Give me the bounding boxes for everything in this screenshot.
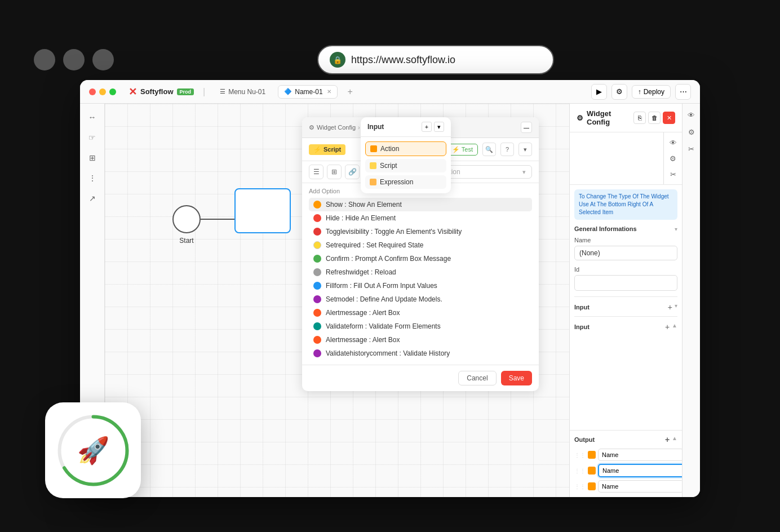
panel-footer: Cancel Save [302,365,539,391]
traffic-light-3 [92,49,114,70]
id-field-input[interactable] [574,275,677,291]
help-icon[interactable]: ? [500,143,514,156]
main-content: ↔ ☞ ⊞ ⋮ ↗ Start ✕ [80,104,700,497]
config-delete-icon[interactable]: 🗑 [648,112,661,124]
traffic-lights [34,49,114,70]
option-dot-hide [313,214,321,222]
option-show[interactable]: Show : Show An Element [309,198,532,211]
option-alertmsg1[interactable]: Alertmessage : Alert Box [309,306,532,320]
name-field-label: Name [574,237,677,243]
input-item-action[interactable]: Action [365,141,446,156]
input-panel-header: Input + ▾ [361,117,451,137]
option-hide[interactable]: Hide : Hide An Element [309,211,532,225]
rib-eye[interactable]: 👁 [685,108,698,122]
option-validatehistory[interactable]: Validatehistorycomment : Validate Histor… [309,347,532,360]
rib-scissors[interactable]: ✂ [685,142,698,156]
canvas-area[interactable]: Start ✕ Test [105,104,569,497]
option-validateform[interactable]: Validateform : Validate Form Elements [309,320,532,333]
settings-icon[interactable]: ⚙ [611,84,627,100]
cancel-button[interactable]: Cancel [458,371,496,385]
dropdown-icon[interactable]: ▾ [518,143,532,156]
input-expand-icon[interactable]: ▾ [434,122,444,132]
minimize-button[interactable] [99,88,106,95]
sidebar-cursor-icon[interactable]: ☞ [83,128,101,147]
right-config-panel: ⚙ Widget Config ⎘ 🗑 ✕ 👁 ⚙ ✂ [569,104,682,497]
output-section: Output + ▲ ⋮⋮ ✕ [570,430,682,497]
preview-icon[interactable]: ▶ [591,84,607,100]
config-close-icon[interactable]: ✕ [663,112,675,124]
option-dot-refresh [313,268,321,276]
drag-handle-2[interactable]: ⋮⋮ [574,468,586,474]
deploy-button[interactable]: ↑ Deploy [632,85,671,99]
add-tab-button[interactable]: + [344,86,356,98]
tab-label-name: Name-01 [295,88,322,96]
config-eye-icon[interactable]: 👁 [666,136,680,149]
option-confirm[interactable]: Confirm : Prompt A Confirm Box Message [309,252,532,265]
output-dot-1 [588,451,596,459]
option-setmodel[interactable]: Setmodel : Define And Update Models. [309,292,532,306]
config-copy-icon[interactable]: ⎘ [633,112,646,124]
output-input-1[interactable] [598,449,684,461]
stab-link[interactable]: 🔗 [345,165,360,179]
output-item-1: ⋮⋮ ✕ [574,449,677,461]
tab-close-icon[interactable]: ✕ [327,88,331,95]
sidebar-move-icon[interactable]: ↔ [83,108,101,126]
input-add-icon[interactable]: + [422,122,432,132]
address-bar[interactable]: 🔒 https://www.softyflow.io [317,45,554,74]
input-add-button[interactable]: + [668,303,672,312]
input2-collapse-button[interactable]: ▲ [672,322,677,331]
input-panel: Input + ▾ Action Script [361,117,451,193]
drag-handle-1[interactable]: ⋮⋮ [574,452,586,458]
tab-name01[interactable]: 🔷 Name-01 ✕ [278,85,337,99]
input-item-script[interactable]: Script [365,159,446,172]
option-alertmsg2[interactable]: Alertmessage : Alert Box [309,333,532,347]
rib-gear[interactable]: ⚙ [685,125,698,139]
panel-minimize-button[interactable]: — [521,122,532,133]
save-button[interactable]: Save [501,371,532,385]
rocket-icon: 🚀 [77,435,109,466]
stab-layers[interactable]: ☰ [309,165,323,179]
sidebar-arrow-icon[interactable]: ↗ [83,189,101,207]
output-add-button[interactable]: + [665,435,670,444]
deploy-icon: ↑ [638,88,641,96]
input2-add-button[interactable]: + [665,322,670,331]
search-toolbar-icon[interactable]: 🔍 [482,143,496,156]
option-dot-alertmsg1 [313,309,321,317]
maximize-button[interactable] [109,88,116,95]
config-tool-icon[interactable]: ✂ [666,167,680,181]
output-collapse-button[interactable]: ▲ [672,435,677,444]
output-items: ⋮⋮ ✕ ⋮⋮ ✕ [574,449,677,493]
sidebar-connect-icon[interactable]: ⋮ [83,169,101,187]
breadcrumb-widget-config: ⚙ [309,124,314,131]
selected-node[interactable] [234,188,291,233]
more-options-icon[interactable]: ⋯ [675,84,691,100]
option-dot-validateform [313,322,321,330]
input-panel-title: Input [367,123,384,131]
close-button[interactable] [89,88,96,95]
option-dot-validatehistory [313,349,321,357]
input-label-2: Input [574,323,590,330]
option-refresh[interactable]: Refreshwidget : Reload [309,265,532,279]
input-item-expression[interactable]: Expression [365,175,446,189]
title-bar: ✕ Softyflow Prod | ☰ Menu Nu-01 🔷 Name-0… [80,80,700,104]
option-setrequired[interactable]: Setrequired : Set Required State [309,238,532,252]
start-node[interactable]: Start [172,205,201,245]
sidebar-grid-icon[interactable]: ⊞ [83,149,101,167]
option-fillform[interactable]: Fillform : Fill Out A Form Input Values [309,279,532,292]
name-field-value[interactable]: (None) [574,246,677,260]
option-list: Show : Show An Element Hide : Hide An El… [309,198,532,360]
option-dot-confirm [313,255,321,263]
output-input-3[interactable] [598,480,684,493]
general-info-collapse[interactable]: ▾ [675,226,677,232]
option-toggle[interactable]: Togglevisibility : Toggle An Element's V… [309,225,532,238]
general-info-title: General Informations [574,225,637,232]
test-button[interactable]: ⚡ Test [447,144,478,156]
config-gear-icon[interactable]: ⚙ [666,152,680,165]
tab-menu-nu01[interactable]: ☰ Menu Nu-01 [214,86,271,98]
output-input-2[interactable] [598,464,685,477]
drag-handle-3[interactable]: ⋮⋮ [574,484,586,490]
id-field-label: Id [574,266,677,273]
stab-grid[interactable]: ⊞ [327,165,342,179]
option-dot-show [313,201,321,209]
input-expand-button[interactable]: ▾ [675,303,677,312]
